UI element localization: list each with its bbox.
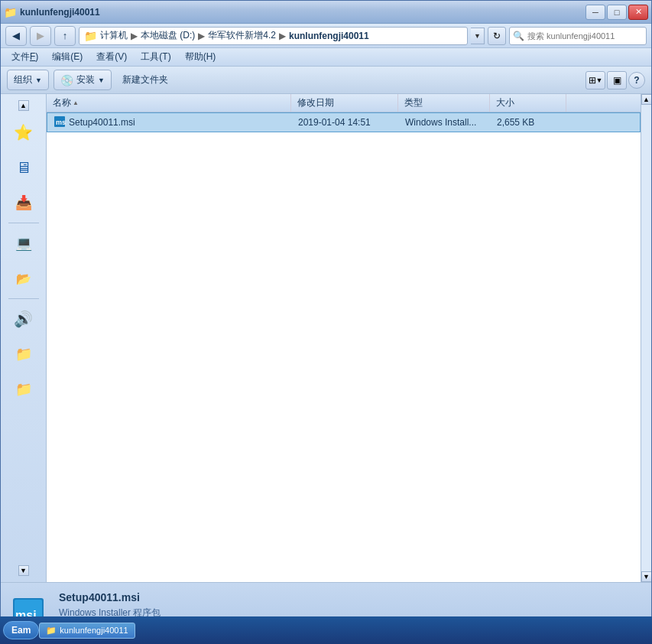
- search-bar[interactable]: 🔍: [509, 27, 647, 45]
- menu-help-label: 帮助(H): [185, 51, 216, 62]
- sidebar-item-downloads[interactable]: 📥: [8, 187, 39, 218]
- downloads-icon: 📥: [15, 194, 32, 211]
- address-segment-current[interactable]: kunlunfengji40011: [289, 31, 369, 41]
- install-button[interactable]: 💿 安装 ▼: [54, 70, 112, 90]
- address-sep-2: ▶: [198, 31, 205, 41]
- menu-view-label: 查看(V): [96, 51, 127, 62]
- navbar: ◀ ▶ ↑ 📁 计算机 ▶ 本地磁盘 (D:) ▶ 华军软件新增4.2 ▶ ku…: [1, 24, 651, 48]
- sidebar-scroll-down[interactable]: ▼: [18, 565, 29, 576]
- window-title: kunlunfengji40011: [20, 7, 100, 18]
- up-button[interactable]: ↑: [54, 26, 76, 46]
- file-row-setup[interactable]: msi Setup40011.msi 2019-01-04 14:51 Wind…: [47, 112, 641, 132]
- file-list-scrollbar: ▲ ▼: [641, 94, 651, 582]
- col-header-size[interactable]: 大小: [490, 94, 566, 112]
- status-filename: Setup40011.msi: [59, 591, 377, 603]
- sidebar-scroll: ⭐ 🖥 📥 💻 📂 🔊: [8, 117, 39, 559]
- preview-pane-button[interactable]: ▣: [607, 71, 627, 89]
- col-date-label: 修改日期: [297, 96, 334, 109]
- menu-tools[interactable]: 工具(T): [136, 49, 175, 65]
- sidebar-item-folder3[interactable]: 📁: [8, 374, 39, 405]
- back-button[interactable]: ◀: [5, 26, 27, 46]
- menu-tools-label: 工具(T): [141, 51, 170, 62]
- file-date-cell: 2019-01-04 14:51: [295, 117, 402, 128]
- msi-file-icon: msi: [54, 115, 66, 130]
- speaker-icon: 🔊: [14, 310, 33, 328]
- sidebar-item-desktop[interactable]: 🖥: [8, 152, 39, 183]
- start-label: Eam: [11, 625, 31, 636]
- computer-icon: 💻: [15, 235, 32, 252]
- col-header-date[interactable]: 修改日期: [291, 94, 398, 112]
- toolbar: 组织 ▼ 💿 安装 ▼ 新建文件夹 ⊞ ▼ ▣ ?: [1, 67, 651, 94]
- install-label: 安装: [76, 73, 95, 86]
- close-button[interactable]: ✕: [628, 5, 648, 20]
- monitor-icon: 🖥: [16, 159, 31, 177]
- explorer-window: 📁 kunlunfengji40011 ─ □ ✕ ◀ ▶ ↑ 📁 计算机 ▶ …: [0, 0, 652, 644]
- start-button[interactable]: Eam: [3, 621, 39, 639]
- svg-text:msi: msi: [56, 119, 66, 126]
- new-folder-button[interactable]: 新建文件夹: [116, 70, 174, 89]
- col-header-type[interactable]: 类型: [398, 94, 490, 112]
- address-dropdown[interactable]: ▼: [471, 28, 485, 44]
- file-date-value: 2019-01-04 14:51: [298, 117, 371, 128]
- file-name-cell: msi Setup40011.msi: [50, 115, 295, 130]
- desktop-taskbar: Eam 📁 kunlunfengji40011: [0, 616, 652, 644]
- titlebar: 📁 kunlunfengji40011 ─ □ ✕: [1, 1, 651, 24]
- star-icon: ⭐: [14, 123, 33, 141]
- view-icon: ⊞: [589, 75, 596, 86]
- toolbar-view-buttons: ⊞ ▼ ▣ ?: [586, 71, 645, 89]
- scroll-track[interactable]: [641, 105, 652, 571]
- menu-help[interactable]: 帮助(H): [180, 49, 221, 65]
- taskbar-task-icon: 📁: [46, 626, 57, 636]
- organize-arrow-icon: ▼: [35, 76, 42, 84]
- address-segment-folder[interactable]: 华军软件新增4.2: [208, 29, 276, 42]
- address-bar[interactable]: 📁 计算机 ▶ 本地磁盘 (D:) ▶ 华军软件新增4.2 ▶ kunlunfe…: [79, 27, 468, 45]
- file-name-label: Setup40011.msi: [69, 117, 135, 128]
- search-input[interactable]: [527, 31, 634, 41]
- menu-edit[interactable]: 编辑(E): [47, 49, 87, 65]
- refresh-button[interactable]: ↻: [488, 27, 506, 45]
- new-folder-label: 新建文件夹: [122, 73, 168, 86]
- file-type-cell: Windows Install...: [402, 117, 494, 128]
- sidebar-item-favorites[interactable]: ⭐: [8, 117, 39, 148]
- install-arrow-icon: ▼: [98, 76, 105, 84]
- menubar: 文件F) 编辑(E) 查看(V) 工具(T) 帮助(H): [1, 48, 651, 67]
- col-name-sort-icon: ▲: [73, 99, 79, 106]
- back-icon: ◀: [12, 30, 20, 41]
- address-segment-computer[interactable]: 计算机: [100, 29, 128, 42]
- menu-view[interactable]: 查看(V): [92, 49, 131, 65]
- help-button[interactable]: ?: [628, 72, 645, 89]
- up-icon: ↑: [63, 30, 68, 41]
- titlebar-left: 📁 kunlunfengji40011: [4, 6, 100, 18]
- col-size-label: 大小: [496, 96, 514, 109]
- organize-label: 组织: [14, 73, 32, 86]
- forward-button[interactable]: ▶: [30, 26, 51, 46]
- help-icon: ?: [634, 75, 639, 86]
- sidebar-item-folder2[interactable]: 📁: [8, 339, 39, 369]
- scroll-down-button[interactable]: ▼: [641, 571, 652, 582]
- file-area: 名称 ▲ 修改日期 类型 大小: [47, 94, 641, 582]
- col-header-name[interactable]: 名称 ▲: [47, 94, 291, 112]
- menu-file[interactable]: 文件F): [7, 49, 43, 65]
- folder3-icon: 📁: [15, 381, 32, 398]
- taskbar-explorer-task[interactable]: 📁 kunlunfengji40011: [39, 623, 135, 639]
- maximize-button[interactable]: □: [607, 5, 627, 20]
- col-type-label: 类型: [404, 96, 423, 109]
- view-toggle-button[interactable]: ⊞ ▼: [586, 71, 605, 89]
- window-icon: 📁: [4, 6, 17, 18]
- sidebar-item-network[interactable]: 📂: [8, 263, 39, 294]
- menu-file-label: 文件F): [11, 51, 38, 62]
- scroll-up-button[interactable]: ▲: [641, 94, 652, 105]
- organize-button[interactable]: 组织 ▼: [7, 70, 49, 90]
- minimize-button[interactable]: ─: [586, 5, 605, 20]
- menu-edit-label: 编辑(E): [52, 51, 83, 62]
- sidebar-divider-2: [8, 298, 39, 299]
- taskbar-task-label: kunlunfengji40011: [60, 626, 128, 635]
- file-size-value: 2,655 KB: [497, 117, 534, 128]
- view-arrow-icon: ▼: [596, 76, 603, 84]
- sidebar-item-computer[interactable]: 💻: [8, 228, 39, 259]
- file-type-value: Windows Install...: [405, 117, 476, 128]
- sidebar-item-media[interactable]: 🔊: [8, 304, 39, 334]
- sidebar-scroll-up[interactable]: ▲: [18, 100, 29, 111]
- sidebar: ▲ ⭐ 🖥 📥 💻 📂: [1, 94, 47, 582]
- address-segment-drive[interactable]: 本地磁盘 (D:): [141, 29, 195, 42]
